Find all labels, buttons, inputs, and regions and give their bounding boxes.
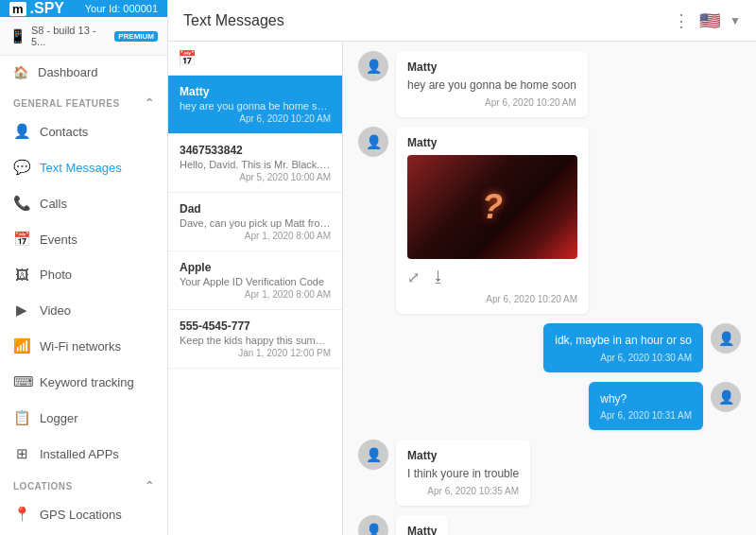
msg-sender-2: Matty [407, 449, 519, 462]
message-row-4: 👤 Matty I think youre in trouble Apr 6, … [358, 440, 741, 506]
logger-icon: 📋 [13, 409, 30, 426]
message-row-3: 👤 why? Apr 6, 2020 10:31 AM [358, 382, 741, 431]
wifi-label: Wi-Fi networks [40, 339, 121, 354]
conv-name-1: 3467533842 [180, 144, 331, 157]
message-card-1: Matty ? ⤢ ⭳ Apr 6, 2020 10:20 AM [396, 127, 589, 314]
msg-text-sent-0: idk, maybe in an hour or so [555, 333, 692, 349]
user-id: Your Id: 000001 [85, 3, 158, 14]
general-features-label: GENERAL FEATURES [13, 98, 120, 109]
messages-icon: 💬 [13, 159, 30, 176]
sidebar-item-installed-apps[interactable]: ⊞ Installed APPs [0, 436, 167, 472]
avatar-sent-1: 👤 [711, 382, 741, 412]
message-card-sent-1: why? Apr 6, 2020 10:31 AM [589, 382, 703, 431]
more-options-button[interactable]: ⋮ [673, 10, 690, 31]
message-row-1: 👤 Matty ? ⤢ ⭳ Apr 6, 2020 10:20 AM [358, 127, 741, 314]
conversation-item-1[interactable]: 3467533842 Hello, David. This is Mr. Bla… [168, 134, 342, 193]
conv-preview-4: Keep the kids happy this summer with ... [180, 335, 331, 346]
logo-m: m [9, 2, 26, 16]
contacts-icon: 👤 [13, 123, 30, 140]
locations-label: LOCATIONS [13, 481, 73, 492]
avatar-0: 👤 [358, 51, 388, 81]
sidebar-item-text-messages[interactable]: 💬 Text Messages [0, 149, 167, 185]
calendar-row[interactable]: 📅 [168, 42, 342, 76]
conv-time-0: Apr 6, 2020 10:20 AM [180, 113, 331, 124]
apps-icon: ⊞ [13, 445, 30, 462]
avatar-sent-0: 👤 [711, 323, 741, 354]
sidebar-item-events[interactable]: 📅 Events [0, 221, 167, 257]
expand-icon[interactable]: ⤢ [407, 268, 420, 286]
message-card-3: Matty [396, 515, 448, 535]
message-image: ? [407, 155, 577, 259]
conv-preview-0: hey are you gonna be home soon [180, 100, 331, 112]
image-actions: ⤢ ⭳ [407, 265, 577, 290]
download-icon[interactable]: ⭳ [431, 268, 446, 286]
conv-name-4: 555-4545-777 [180, 319, 331, 333]
msg-text-0: hey are you gonna be home soon [407, 78, 576, 94]
sidebar-item-dashboard[interactable]: 🏠 Dashboard [0, 56, 167, 89]
avatar-1: 👤 [358, 127, 388, 157]
conversation-item-2[interactable]: Dad Dave, can you pick up Matt from scho… [168, 193, 342, 251]
question-mark-decoration: ? [482, 187, 503, 227]
logo-spy: .SPY [30, 0, 64, 17]
conv-time-3: Apr 1, 2020 8:00 AM [180, 289, 331, 300]
calls-icon: 📞 [13, 195, 30, 212]
conv-name-3: Apple [180, 261, 331, 274]
sidebar-item-keyword[interactable]: ⌨ Keyword tracking [0, 364, 167, 400]
logger-label: Logger [40, 411, 77, 425]
dashboard-label: Dashboard [38, 65, 98, 79]
phone-icon: 📱 [9, 28, 26, 43]
conv-preview-2: Dave, can you pick up Matt from schoo... [180, 217, 331, 229]
sidebar-item-calls[interactable]: 📞 Calls [0, 185, 167, 221]
msg-text-sent-1: why? [600, 391, 692, 407]
conversation-item-0[interactable]: Matty hey are you gonna be home soon Apr… [168, 76, 342, 134]
general-features-section: GENERAL FEATURES ⌃ [0, 89, 167, 113]
conversation-list: 📅 Matty hey are you gonna be home soon A… [168, 42, 343, 535]
message-row-0: 👤 Matty hey are you gonna be home soon A… [358, 51, 741, 117]
video-label: Video [40, 303, 71, 318]
calendar-icon: 📅 [178, 50, 197, 66]
events-icon: 📅 [13, 231, 30, 248]
sidebar-item-contacts[interactable]: 👤 Contacts [0, 113, 167, 149]
gps-icon: 📍 [13, 506, 30, 523]
keyboard-icon: ⌨ [13, 373, 30, 390]
photo-label: Photo [40, 268, 72, 282]
sidebar-item-gps[interactable]: 📍 GPS Locations [0, 496, 167, 532]
installed-apps-label: Installed APPs [40, 447, 119, 461]
flag-dropdown-arrow[interactable]: ▼ [730, 14, 741, 27]
home-icon: 🏠 [13, 65, 28, 79]
msg-time-2: Apr 6, 2020 10:35 AM [407, 486, 519, 496]
conv-time-2: Apr 1, 2020 8:00 AM [180, 231, 331, 241]
msg-sender-0: Matty [407, 60, 576, 74]
sidebar-item-photo[interactable]: 🖼 Photo [0, 257, 167, 292]
message-row-5: 👤 Matty [358, 515, 741, 535]
msg-sender-3: Matty [407, 525, 437, 535]
calls-label: Calls [40, 197, 67, 211]
conversation-item-4[interactable]: 555-4545-777 Keep the kids happy this su… [168, 310, 342, 369]
conv-time-4: Jan 1, 2020 12:00 PM [180, 348, 331, 358]
avatar-2: 👤 [358, 440, 388, 470]
msg-text-2: I think youre in trouble [407, 466, 519, 482]
msg-time-sent-1: Apr 6, 2020 10:31 AM [600, 410, 692, 421]
premium-badge: PREMIUM [114, 31, 158, 42]
msg-time-1: Apr 6, 2020 10:20 AM [407, 294, 577, 304]
flag-icon: 🇺🇸 [699, 10, 720, 31]
conv-time-1: Apr 5, 2020 10:00 AM [180, 172, 331, 182]
conversation-item-3[interactable]: Apple Your Apple ID Verification Code Ap… [168, 251, 342, 310]
conv-name-0: Matty [180, 85, 331, 98]
photo-icon: 🖼 [13, 267, 30, 283]
sidebar-item-video[interactable]: ▶ Video [0, 292, 167, 328]
msg-time-0: Apr 6, 2020 10:20 AM [407, 97, 576, 108]
wifi-icon: 📶 [13, 337, 30, 354]
message-detail: 👤 Matty hey are you gonna be home soon A… [343, 42, 756, 535]
header-actions: ⋮ 🇺🇸 ▼ [673, 10, 741, 31]
gps-label: GPS Locations [40, 508, 122, 522]
device-row: 📱 S8 - build 13 - 5... PREMIUM [0, 17, 167, 56]
content-area: 📅 Matty hey are you gonna be home soon A… [168, 42, 756, 535]
sidebar-item-logger[interactable]: 📋 Logger [0, 400, 167, 436]
main-header: Text Messages ⋮ 🇺🇸 ▼ [168, 0, 756, 42]
device-label: S8 - build 13 - 5... [31, 25, 109, 47]
events-label: Events [40, 233, 77, 247]
keyword-label: Keyword tracking [40, 375, 134, 389]
sidebar-item-wifi[interactable]: 📶 Wi-Fi networks [0, 328, 167, 364]
conv-name-2: Dad [180, 202, 331, 216]
